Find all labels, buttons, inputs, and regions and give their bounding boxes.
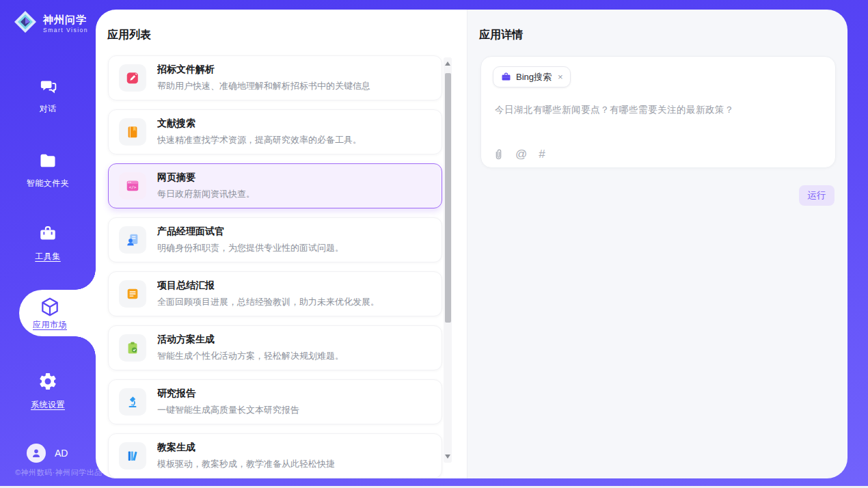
scrollbar[interactable]	[444, 57, 452, 463]
app-name: 项目总结汇报	[157, 280, 379, 292]
sidebar-item-toolset-label: 工具集	[35, 252, 61, 261]
scrollbar-thumb[interactable]	[445, 73, 451, 323]
app-name: 活动方案生成	[157, 334, 344, 346]
user-account[interactable]: AD	[27, 444, 68, 463]
app-name: 产品经理面试官	[157, 226, 344, 238]
app-desc: 智能生成个性化活动方案，轻松解决规划难题。	[157, 350, 344, 362]
brand-subtitle: Smart Vision	[43, 27, 88, 33]
app-detail-title: 应用详情	[479, 28, 523, 42]
sidebar-item-settings-label: 系统设置	[31, 400, 65, 409]
app-desc: 每日政府新闻资讯快查。	[157, 188, 255, 200]
sidebar-item-app-market[interactable]: 应用市场	[19, 290, 96, 336]
svg-text:</>: </>	[129, 185, 137, 189]
gear-icon	[0, 371, 96, 394]
app-desc: 帮助用户快速、准确地理解和解析招标书中的关键信息	[157, 80, 370, 92]
app-name: 研究报告	[157, 388, 299, 400]
hashtag-icon[interactable]: #	[539, 148, 545, 161]
close-icon[interactable]: ×	[558, 72, 563, 82]
person-document-icon	[119, 226, 146, 254]
sidebar-item-chat[interactable]: 对话	[0, 77, 96, 115]
scroll-down-icon[interactable]	[445, 455, 450, 459]
cube-icon	[39, 296, 61, 321]
main-content: 应用列表 招标文件解析 帮助用户快速、准确地理解和解析招标书中的关键信息	[96, 10, 847, 478]
brand-name: 神州问学	[43, 14, 87, 25]
paperclip-icon[interactable]	[493, 148, 504, 161]
app-card-list: 招标文件解析 帮助用户快速、准确地理解和解析招标书中的关键信息 文献搜索 快速精…	[108, 55, 442, 478]
sidebar-item-toolset[interactable]: 工具集	[0, 224, 96, 262]
app-card-project-summary[interactable]: 项目总结汇报 全面回顾项目进展，总结经验教训，助力未来优化发展。	[108, 271, 442, 316]
sidebar-item-settings[interactable]: 系统设置	[0, 371, 96, 411]
sidebar-item-smart-folder[interactable]: 智能文件夹	[0, 151, 96, 189]
folder-icon	[0, 151, 96, 173]
app-desc: 明确身份和职责，为您提供专业性的面试问题。	[157, 242, 344, 254]
app-name: 网页摘要	[157, 172, 255, 184]
app-name: 招标文件解析	[157, 64, 370, 76]
tool-tag-bing-search[interactable]: Bing搜索 ×	[493, 66, 571, 87]
chat-icon	[0, 77, 96, 98]
briefcase-icon	[501, 72, 511, 82]
query-text[interactable]: 今日湖北有哪些新闻要点？有哪些需要关注的最新政策？	[495, 104, 734, 116]
app-desc: 快速精准查找学术资源，提高研究效率的必备工具。	[157, 134, 362, 146]
app-card-research-report[interactable]: 研究报告 一键智能生成高质量长文本研究报告	[108, 379, 442, 424]
toolbox-icon	[0, 224, 96, 246]
app-name: 教案生成	[157, 442, 335, 454]
book-icon	[119, 118, 146, 146]
copyright-text: ©神州数码·神州问学出品	[15, 467, 103, 478]
books-icon	[119, 442, 146, 470]
app-logo[interactable]: 神州问学 Smart Vision	[12, 9, 88, 38]
browser-code-icon: </>	[119, 172, 146, 200]
app-list-title: 应用列表	[107, 28, 151, 42]
app-desc: 一键智能生成高质量长文本研究报告	[157, 404, 299, 416]
microscope-icon	[119, 388, 146, 416]
mention-icon[interactable]: @	[515, 148, 527, 161]
sidebar-item-chat-label: 对话	[40, 104, 57, 113]
run-button[interactable]: 运行	[799, 185, 835, 206]
brand-diamond-icon	[12, 9, 38, 38]
app-card-event-plan[interactable]: 活动方案生成 智能生成个性化活动方案，轻松解决规划难题。	[108, 325, 442, 370]
sidebar-item-smart-folder-label: 智能文件夹	[27, 178, 70, 188]
app-card-pm-interviewer[interactable]: 产品经理面试官 明确身份和职责，为您提供专业性的面试问题。	[108, 217, 442, 262]
app-card-literature-search[interactable]: 文献搜索 快速精准查找学术资源，提高研究效率的必备工具。	[108, 109, 442, 154]
sidebar-item-app-market-label: 应用市场	[19, 319, 81, 331]
edit-document-icon	[119, 64, 146, 92]
user-initials: AD	[55, 448, 68, 459]
clipboard-check-icon	[119, 334, 146, 362]
app-card-bid-parsing[interactable]: 招标文件解析 帮助用户快速、准确地理解和解析招标书中的关键信息	[108, 55, 442, 100]
app-card-lesson-plan[interactable]: 教案生成 模板驱动，教案秒成，教学准备从此轻松快捷	[108, 433, 442, 478]
app-desc: 全面回顾项目进展，总结经验教训，助力未来优化发展。	[157, 296, 379, 308]
app-list-panel: 应用列表 招标文件解析 帮助用户快速、准确地理解和解析招标书中的关键信息	[96, 10, 467, 478]
app-name: 文献搜索	[157, 118, 362, 130]
tool-tag-label: Bing搜索	[516, 71, 552, 83]
app-detail-panel: 应用详情 Bing搜索 × 今日湖北有哪些新闻要点？有哪些需要关注的最新政策？	[467, 10, 847, 478]
app-desc: 模板驱动，教案秒成，教学准备从此轻松快捷	[157, 458, 335, 470]
query-input-card[interactable]: Bing搜索 × 今日湖北有哪些新闻要点？有哪些需要关注的最新政策？ @ #	[480, 56, 836, 168]
avatar	[27, 444, 46, 463]
note-icon	[119, 280, 146, 308]
app-card-web-summary[interactable]: </> 网页摘要 每日政府新闻资讯快查。	[108, 163, 442, 208]
sidebar: 神州问学 Smart Vision 对话 智能文件夹	[0, 0, 96, 486]
scroll-up-icon[interactable]	[445, 62, 450, 66]
